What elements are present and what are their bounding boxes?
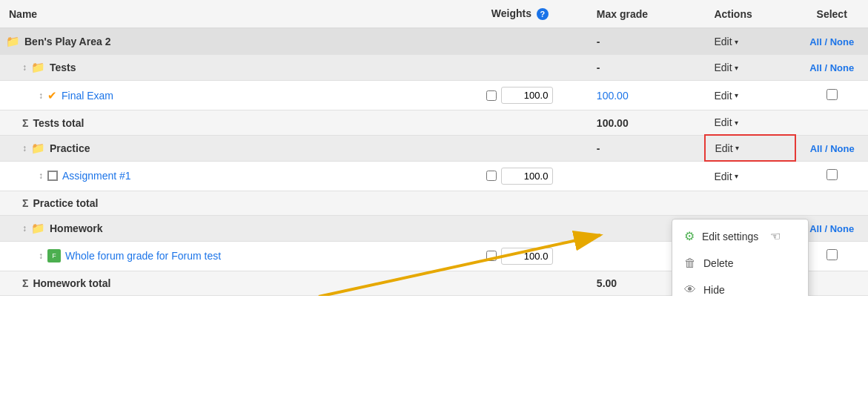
max-grade-value: - [597, 62, 600, 73]
col-name: Name [0, 0, 452, 28]
select-cell [795, 110, 868, 136]
weight-checkbox[interactable] [486, 251, 497, 261]
actions-cell: Edit ▾ [705, 110, 795, 136]
row-name: Practice total [33, 197, 98, 209]
eye-icon: 👁 [684, 283, 696, 296]
select-cell [795, 191, 868, 215]
gear-icon: ⚙ [684, 229, 695, 243]
row-name: Whole forum grade for Forum test [65, 250, 221, 262]
edit-button[interactable]: Edit ▾ [714, 90, 738, 102]
dropdown-item-edit-settings[interactable]: ⚙Edit settings☜ [672, 222, 808, 250]
actions-cell: Edit ▾ [705, 81, 795, 110]
sort-icon: ↕ [22, 143, 27, 153]
actions-dropdown-menu: ⚙Edit settings☜🗑Delete👁Hide↺Reset weight… [672, 219, 809, 296]
highlighted-actions-cell: Edit ▾ [705, 135, 795, 161]
weight-input[interactable] [501, 168, 553, 185]
all-none-link[interactable]: All / None [810, 143, 855, 154]
dropdown-arrow: ▾ [735, 38, 738, 46]
edit-button[interactable]: Edit ▾ [714, 116, 738, 128]
dropdown-item-label: Delete [703, 257, 733, 269]
weight-input[interactable] [501, 87, 553, 104]
sort-icon: ↕ [39, 251, 43, 261]
col-select: Select [795, 0, 868, 28]
cursor-icon: ☜ [770, 229, 781, 243]
sort-icon: ↕ [39, 171, 43, 181]
row-name: Tests total [33, 117, 84, 129]
table-row: ΣTests total100.00Edit ▾ [0, 110, 868, 136]
table-row: 📁Ben's Play Area 2-Edit ▾All / None [0, 28, 868, 55]
dropdown-arrow: ▾ [735, 64, 738, 72]
row-name: Assignment #1 [62, 170, 131, 182]
dropdown-item-label: Hide [703, 284, 725, 296]
max-grade-value: - [597, 36, 600, 47]
all-none-link[interactable]: All / None [809, 223, 854, 234]
all-none-link[interactable]: All / None [809, 62, 854, 73]
dropdown-item-delete[interactable]: 🗑Delete [672, 250, 808, 277]
edit-button[interactable]: Edit ▾ [714, 171, 738, 182]
actions-cell: Edit ▾ [705, 55, 795, 81]
select-cell: All / None [795, 28, 868, 55]
dropdown-arrow: ▾ [735, 119, 738, 127]
actions-cell [705, 191, 795, 215]
folder-icon: 📁 [31, 222, 45, 235]
row-name: Homework total [33, 277, 110, 289]
col-weights: Weights ? [452, 0, 588, 28]
max-grade-value: 100.00 [597, 117, 629, 129]
row-name: Ben's Play Area 2 [24, 36, 110, 47]
folder-icon: 📁 [6, 35, 20, 48]
edit-button[interactable]: Edit ▾ [715, 142, 738, 154]
sort-icon: ↕ [22, 62, 27, 73]
select-cell [795, 161, 868, 191]
dropdown-item-hide[interactable]: 👁Hide [672, 277, 808, 296]
dropdown-arrow: ▾ [735, 144, 739, 152]
max-grade-value: 5.00 [597, 277, 617, 289]
assignment-icon [47, 171, 58, 181]
table-row: ↕✔Final Exam 100.00Edit ▾ [0, 81, 868, 110]
weights-help-icon[interactable]: ? [537, 8, 549, 20]
select-checkbox[interactable] [826, 169, 838, 180]
dropdown-arrow: ▾ [735, 91, 738, 99]
dropdown-item-label: Edit settings [702, 231, 758, 242]
table-row: ΣPractice total [0, 191, 868, 215]
sort-icon: ↕ [39, 90, 43, 101]
exam-icon: ✔ [47, 89, 57, 102]
all-none-link[interactable]: All / None [809, 36, 854, 47]
edit-button[interactable]: Edit ▾ [714, 36, 738, 47]
forum-icon: F [47, 249, 61, 262]
table-row: ↕Assignment #1 Edit ▾ [0, 161, 868, 191]
row-name: Final Exam [62, 90, 113, 102]
row-name: Tests [50, 62, 76, 73]
weight-checkbox[interactable] [486, 90, 497, 101]
sigma-icon: Σ [22, 197, 28, 209]
max-grade-value: 100.00 [597, 90, 629, 102]
col-max-grade: Max grade [588, 0, 706, 28]
col-actions: Actions [705, 0, 795, 28]
dropdown-arrow: ▾ [735, 172, 738, 180]
table-row: ↕📁Tests-Edit ▾All / None [0, 55, 868, 81]
row-name: Homework [50, 222, 103, 234]
actions-cell: Edit ▾ [705, 161, 795, 191]
select-cell: All / None [795, 55, 868, 81]
max-grade-value: - [597, 142, 600, 154]
table-row: ↕📁Practice-Edit ▾All / None [0, 135, 868, 161]
folder-icon: 📁 [31, 61, 45, 74]
select-cell [795, 81, 868, 110]
weight-input[interactable] [501, 248, 553, 265]
actions-cell: Edit ▾ [705, 28, 795, 55]
edit-button[interactable]: Edit ▾ [714, 62, 738, 73]
select-cell: All / None [795, 135, 868, 161]
weight-checkbox[interactable] [486, 171, 497, 181]
sort-icon: ↕ [22, 223, 27, 234]
select-checkbox[interactable] [826, 249, 838, 260]
trash-icon: 🗑 [684, 257, 696, 270]
row-name: Practice [50, 142, 90, 154]
sigma-icon: Σ [22, 277, 28, 289]
folder-icon: 📁 [31, 142, 45, 155]
sigma-icon: Σ [22, 117, 28, 129]
select-checkbox[interactable] [826, 89, 838, 100]
